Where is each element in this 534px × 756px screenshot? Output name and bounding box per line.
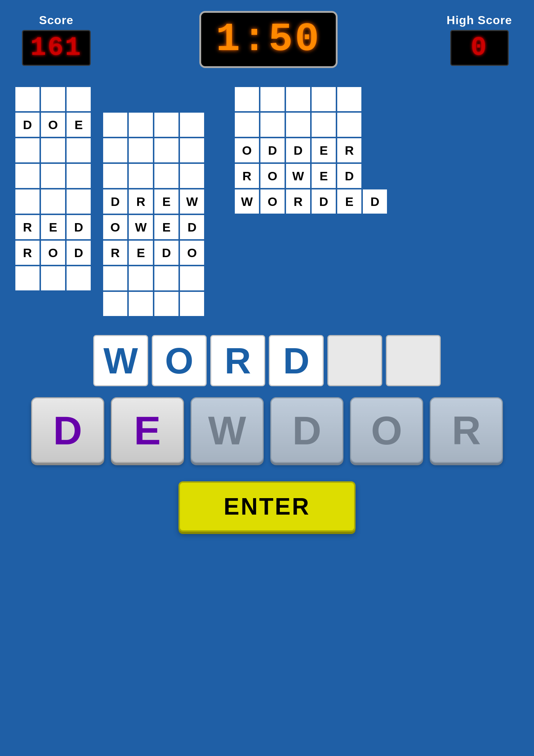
grid-cell-empty [154,112,179,138]
grid-cell-empty [66,138,91,163]
grid-cell-filled: E [311,138,336,163]
grid-cell-filled: D [66,240,91,266]
grid-cell-filled: O [234,138,260,163]
grid-cell-empty [179,138,205,163]
grid-cell-empty [102,163,128,189]
grid-cell-filled: O [260,163,285,189]
grid-cell-empty [15,266,40,291]
tiles-area: DEWDOR [0,397,534,463]
grid-cell-empty [285,112,311,138]
grid-cell-filled: D [179,214,205,240]
grid-cell-empty [15,163,40,189]
grid-cell-empty [15,189,40,214]
grid-cell-empty [128,291,154,317]
letter-tile-o-4[interactable]: O [350,397,423,463]
score-label: Score [39,14,74,27]
letter-tile-e-1[interactable]: E [111,397,184,463]
grid-cell-empty [311,112,336,138]
grid-cell-filled: D [102,189,128,214]
grid-cell-empty [102,291,128,317]
grid-cell-filled: D [15,112,40,138]
grid-cell-filled: E [154,189,179,214]
grid-cell-filled: E [66,112,91,138]
grid-row: ROWED [234,163,388,189]
grid-cell-empty [128,163,154,189]
grid-cell-empty [179,291,205,317]
enter-area: ENTER [0,481,534,532]
grid-cell-empty [154,266,179,291]
grid-cell-filled: O [40,112,66,138]
word-display-area: WORD [0,335,534,386]
grid-cell-empty [336,86,362,112]
grid-cell-empty [40,86,66,112]
grid-row [15,266,91,291]
grid-row: ROD [15,240,91,266]
grid-cell-filled: O [102,214,128,240]
grid-row [234,112,388,138]
grid-cell-filled: W [234,189,260,214]
letter-tile-w-2[interactable]: W [191,397,264,463]
high-score-value: 0 [459,35,500,61]
high-score-panel: High Score 0 [447,14,512,66]
grid-cell-empty [311,86,336,112]
grid-cell-empty [66,86,91,112]
grid-cell-empty [234,86,260,112]
word-display-cell-filled: O [152,335,207,386]
high-score-display: 0 [450,30,509,66]
grid-row: REDO [102,240,205,266]
grid-row [102,138,205,163]
grid-cell-empty [154,138,179,163]
grid-cell-filled: R [15,214,40,240]
grid-cell-filled: D [311,189,336,214]
grid-cell-empty [179,112,205,138]
grid-cell-empty [154,291,179,317]
grid-cell-filled: D [154,240,179,266]
grid-cell-empty [234,112,260,138]
grid-cell-filled: D [336,163,362,189]
grid-cell-filled: O [179,240,205,266]
grid-cell-filled: R [234,163,260,189]
grid-cell-empty [15,138,40,163]
grid-cell-filled: E [311,163,336,189]
word-display-cell-empty [327,335,382,386]
grid-row: DREW [102,189,205,214]
grid-section: DREWOWEDREDO [102,112,205,317]
grid-cell-filled: E [40,214,66,240]
grid-row [15,86,91,112]
timer-display: 1:50 [199,11,338,68]
grid-cell-filled: R [336,138,362,163]
grid-cell-empty [66,266,91,291]
top-bar: Score 161 1:50 High Score 0 [0,0,534,75]
grid-cell-filled: D [362,189,388,214]
word-display-cell-filled: D [269,335,324,386]
grid-cell-filled: W [179,189,205,214]
right-grid-section: ODDERROWEDWORDED [234,86,388,214]
grid-row: OWED [102,214,205,240]
grid-section: DOEREDROD [15,86,91,291]
grid-cell-empty [15,86,40,112]
grid-cell-filled: W [285,163,311,189]
grid-cell-empty [128,138,154,163]
letter-tile-d-3[interactable]: D [270,397,343,463]
grid-row: WORDED [234,189,388,214]
letter-tile-r-5[interactable]: R [430,397,503,463]
word-display-cell-filled: W [93,335,148,386]
word-display-cell-filled: R [210,335,265,386]
grid-row: DOE [15,112,91,138]
crossword-area: DOEREDRODDREWOWEDREDOODDERROWEDWORDED [0,79,534,324]
grid-row: ODDER [234,138,388,163]
grid-cell-filled: D [285,138,311,163]
letter-tile-d-0[interactable]: D [31,397,104,463]
grid-cell-empty [40,138,66,163]
grid-cell-empty [260,86,285,112]
score-value: 161 [30,35,82,61]
grid-row [15,138,91,163]
word-display-cell-empty [386,335,441,386]
enter-button[interactable]: ENTER [178,481,356,532]
grid-row [102,163,205,189]
grid-cell-empty [66,189,91,214]
grid-cell-empty [179,163,205,189]
grid-row [15,163,91,189]
grid-cell-filled: W [128,214,154,240]
grid-cell-empty [154,163,179,189]
